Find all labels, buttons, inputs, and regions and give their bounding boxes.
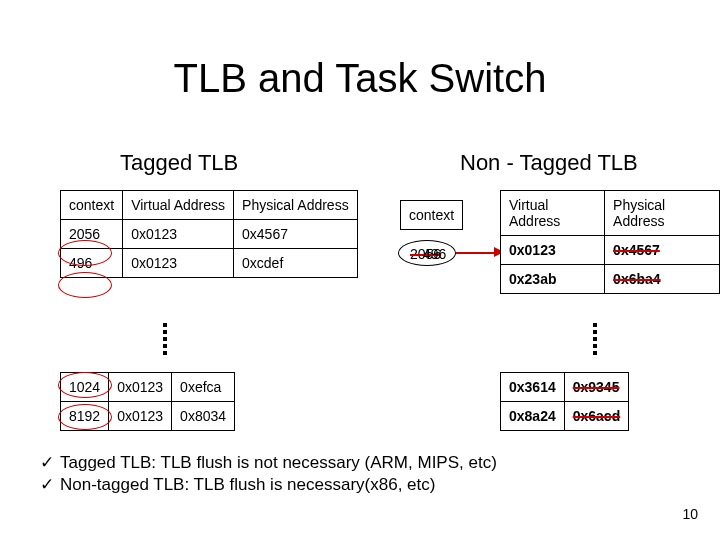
cell-pa: 0x9345 bbox=[564, 373, 628, 402]
cell-pa: 0xefca bbox=[172, 373, 235, 402]
cell-va: 0x0123 bbox=[123, 220, 234, 249]
table-row: 0x8a24 0x6acd bbox=[501, 402, 629, 431]
table-row: 2056 0x0123 0x4567 bbox=[61, 220, 358, 249]
context-new-value: 496 bbox=[423, 246, 446, 262]
checkmark-icon: ✓ bbox=[40, 453, 54, 472]
nontagged-tlb-table-top: Virtual Address Physical Address 0x0123 … bbox=[500, 190, 720, 294]
table-row: 0x3614 0x9345 bbox=[501, 373, 629, 402]
cell-va: 0x8a24 bbox=[501, 402, 565, 431]
bullet-item: ✓Non-tagged TLB: TLB flush is necessary(… bbox=[40, 474, 497, 496]
cell-va: 0x3614 bbox=[501, 373, 565, 402]
cell-pa: 0x6ba4 bbox=[605, 265, 720, 294]
cell-pa: 0xcdef bbox=[234, 249, 358, 278]
table-row: 8192 0x0123 0x8034 bbox=[61, 402, 235, 431]
cell-pa: 0x8034 bbox=[172, 402, 235, 431]
table-row: 1024 0x0123 0xefca bbox=[61, 373, 235, 402]
cell-va: 0x0123 bbox=[501, 236, 605, 265]
vdots-icon bbox=[160, 320, 170, 358]
nontagged-tlb-table-bot: 0x3614 0x9345 0x8a24 0x6acd bbox=[500, 372, 629, 431]
cell-pa: 0x4567 bbox=[605, 236, 720, 265]
cell-pa: 0x4567 bbox=[234, 220, 358, 249]
slide-title: TLB and Task Switch bbox=[0, 56, 720, 101]
vdots-icon bbox=[590, 320, 600, 358]
subtitle-nontagged: Non - Tagged TLB bbox=[460, 150, 638, 176]
bullet-list: ✓Tagged TLB: TLB flush is not necessary … bbox=[40, 452, 497, 496]
slide: TLB and Task Switch Tagged TLB Non - Tag… bbox=[0, 0, 720, 540]
cell-pa: 0x6acd bbox=[564, 402, 628, 431]
context-register-value: 2056 496 bbox=[406, 244, 450, 264]
col-paddr: Physical Address bbox=[605, 191, 720, 236]
arrow-line bbox=[456, 252, 496, 254]
cell-va: 0x0123 bbox=[109, 373, 172, 402]
table-row: 496 0x0123 0xcdef bbox=[61, 249, 358, 278]
col-paddr: Physical Address bbox=[234, 191, 358, 220]
bullet-item: ✓Tagged TLB: TLB flush is not necessary … bbox=[40, 452, 497, 474]
checkmark-icon: ✓ bbox=[40, 475, 54, 494]
cell-va: 0x23ab bbox=[501, 265, 605, 294]
col-vaddr: Virtual Address bbox=[501, 191, 605, 236]
table-row: 0x23ab 0x6ba4 bbox=[501, 265, 720, 294]
cell-va: 0x0123 bbox=[109, 402, 172, 431]
cell-ctx: 8192 bbox=[61, 402, 109, 431]
tagged-tlb-table-top: context Virtual Address Physical Address… bbox=[60, 190, 358, 278]
table-row: 0x0123 0x4567 bbox=[501, 236, 720, 265]
cell-va: 0x0123 bbox=[123, 249, 234, 278]
tagged-tlb-table-bot: 1024 0x0123 0xefca 8192 0x0123 0x8034 bbox=[60, 372, 235, 431]
subtitle-tagged: Tagged TLB bbox=[120, 150, 238, 176]
col-vaddr: Virtual Address bbox=[123, 191, 234, 220]
context-register-label: context bbox=[400, 200, 463, 230]
cell-ctx: 1024 bbox=[61, 373, 109, 402]
col-context: context bbox=[61, 191, 123, 220]
cell-ctx: 496 bbox=[61, 249, 123, 278]
page-number: 10 bbox=[682, 506, 698, 522]
cell-ctx: 2056 bbox=[61, 220, 123, 249]
